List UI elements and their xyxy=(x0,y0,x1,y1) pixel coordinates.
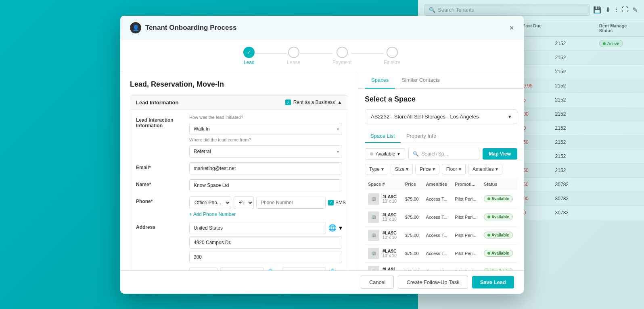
step-finalize: Finalize xyxy=(384,47,400,65)
country-dropdown-icon[interactable]: ▾ xyxy=(339,224,342,232)
search-spaces-placeholder: Search Sp... xyxy=(421,151,448,157)
col-space-num: Space # xyxy=(365,178,402,190)
cell-space-id: 🏢 #LA9C 10' x 10' xyxy=(365,208,402,226)
available-filter[interactable]: Available ▾ xyxy=(365,148,405,160)
city-select[interactable]: Newport Beach xyxy=(282,267,326,270)
cell-space-price: $75.00 xyxy=(402,208,423,226)
close-button[interactable]: × xyxy=(509,24,514,32)
cell-space-status: Available xyxy=(481,208,517,226)
tab-spaces[interactable]: Spaces xyxy=(365,72,395,89)
filter-size[interactable]: Size ▾ xyxy=(391,164,413,174)
section-header-title: Lead Information xyxy=(136,100,178,106)
space-table-head: Space # Price Amenities Promoti... Statu… xyxy=(365,178,517,190)
left-panel-title: Lead, Reservation, Move-In xyxy=(130,80,348,89)
unit-input[interactable] xyxy=(189,251,342,263)
cell-space-price: $75.00 xyxy=(402,244,423,262)
phone-type-select[interactable]: Office Pho... xyxy=(189,196,231,209)
step-circle-lead: ✓ xyxy=(243,47,255,58)
country-code-select[interactable]: +1 xyxy=(234,196,254,209)
space-table-row[interactable]: 🏢 #LA9C 10' x 10' $75.00 Access T... Pil… xyxy=(365,226,517,244)
col-price: Price xyxy=(402,178,423,190)
email-fields xyxy=(189,162,342,174)
facility-name: AS2232 - StoreAll Self Storages - Los An… xyxy=(371,114,479,120)
create-followup-button[interactable]: Create Follow-Up Task xyxy=(398,276,468,289)
search-spaces-input[interactable]: 🔍 Search Sp... xyxy=(408,148,479,160)
name-input[interactable] xyxy=(189,179,342,191)
city-select-wrapper: Newport Beach xyxy=(282,267,326,270)
address-country-row: 🌐 ▾ xyxy=(189,222,342,234)
space-table-row[interactable]: 🏢 #LA9C 10' x 10' $75.00 Access T... Pil… xyxy=(365,208,517,226)
where-from-select-wrapper: Referral xyxy=(189,145,342,158)
street-input[interactable] xyxy=(189,236,342,249)
flag-icon: 🌐 xyxy=(328,224,337,232)
email-input[interactable] xyxy=(189,162,342,174)
step-label-lead: Lead xyxy=(244,60,255,65)
phone-number-input[interactable] xyxy=(256,197,326,209)
facility-dropdown[interactable]: AS2232 - StoreAll Self Storages - Los An… xyxy=(365,109,517,124)
sms-check[interactable]: ✓ SMS xyxy=(328,200,346,205)
cell-space-amenities: Access T... xyxy=(423,244,452,262)
space-table-row[interactable]: 🏢 #LA9C 10' x 10' $75.00 Access T... Pil… xyxy=(365,190,517,208)
map-view-button[interactable]: Map View xyxy=(483,148,517,160)
name-label: Name* xyxy=(136,179,184,187)
rent-business-checkbox[interactable]: ✓ xyxy=(285,100,291,105)
col-promo: Promoti... xyxy=(452,178,481,190)
cell-space-price: $75.00 xyxy=(402,190,423,208)
name-fields xyxy=(189,179,342,191)
save-lead-button[interactable]: Save Lead xyxy=(472,276,514,288)
sms-checkbox[interactable]: ✓ xyxy=(328,200,334,205)
sms-label: SMS xyxy=(335,200,346,205)
step-line-1 xyxy=(255,53,287,54)
cell-space-price: $75.00 xyxy=(402,262,423,270)
space-tab-property[interactable]: Property Info xyxy=(401,130,442,143)
space-table-row[interactable]: 🏢 #LA9C 10' x 10' $75.00 Access T... Pil… xyxy=(365,244,517,262)
phone-fields: Office Pho... +1 xyxy=(189,196,346,217)
modal-header: 👤 Tenant Onboarding Process × xyxy=(120,16,524,40)
how-initiated-question: How was the lead initiated? xyxy=(189,115,342,120)
step-payment: Payment xyxy=(332,47,351,65)
add-phone-link[interactable]: + Add Phone Number xyxy=(189,212,346,217)
tab-similar-contacts[interactable]: Similar Contacts xyxy=(395,72,446,89)
filter-row: Available ▾ 🔍 Search Sp... Map View xyxy=(365,148,517,160)
cell-space-amenities: Access T... xyxy=(423,226,452,244)
cell-space-promo: Pilot Peri... xyxy=(452,244,481,262)
cell-space-status: Available xyxy=(481,262,517,270)
select-space-title: Select a Space xyxy=(365,95,517,104)
how-initiated-select[interactable]: Walk In xyxy=(189,123,342,135)
modal-title-area: 👤 Tenant Onboarding Process xyxy=(130,22,236,33)
space-table-row[interactable]: 🏢 #LA91 10' x 10' $75.00 Access T... Pil… xyxy=(365,262,517,270)
step-label-payment: Payment xyxy=(332,60,351,65)
phone-input-row: Office Pho... +1 xyxy=(189,196,346,209)
state-select[interactable]: California xyxy=(220,267,264,270)
cell-space-amenities: Access T... xyxy=(423,262,452,270)
space-tabs: Space List Property Info xyxy=(365,130,517,143)
filter-floor[interactable]: Floor ▾ xyxy=(442,164,466,174)
space-tab-list[interactable]: Space List xyxy=(365,130,401,143)
country-input[interactable] xyxy=(189,222,326,234)
email-label: Email* xyxy=(136,162,184,170)
where-from-select[interactable]: Referral xyxy=(189,145,342,158)
filter-price[interactable]: Price ▾ xyxy=(415,164,439,174)
zip-input[interactable] xyxy=(189,267,217,270)
modal-body: Lead, Reservation, Move-In Lead Informat… xyxy=(120,72,524,270)
cell-space-amenities: Access T... xyxy=(423,190,452,208)
avail-filter-chevron: ▾ xyxy=(397,151,400,157)
filter-type[interactable]: Type ▾ xyxy=(365,164,388,174)
space-icon: 🏢 xyxy=(368,230,379,241)
search-spaces-icon: 🔍 xyxy=(413,151,419,157)
filter-amenities[interactable]: Amenities ▾ xyxy=(468,164,502,174)
facility-chevron: ▾ xyxy=(508,114,511,120)
right-panel: Spaces Similar Contacts Select a Space A… xyxy=(358,72,524,270)
space-icon: 🏢 xyxy=(368,193,379,205)
address-row: Address 🌐 ▾ xyxy=(136,222,342,270)
space-table-body: 🏢 #LA9C 10' x 10' $75.00 Access T... Pil… xyxy=(365,190,517,270)
email-row: Email* xyxy=(136,162,342,174)
lead-interaction-row: Lead Interaction Information How was the… xyxy=(136,115,342,158)
modal-title: Tenant Onboarding Process xyxy=(145,24,236,32)
cancel-button[interactable]: Cancel xyxy=(361,276,394,289)
col-status: Status xyxy=(481,178,517,190)
right-tabs: Spaces Similar Contacts xyxy=(358,72,524,89)
rent-business-check[interactable]: ✓ Rent as a Business ▲ xyxy=(285,100,342,105)
space-icon: 🏢 xyxy=(368,212,379,223)
collapse-icon[interactable]: ▲ xyxy=(337,100,342,105)
